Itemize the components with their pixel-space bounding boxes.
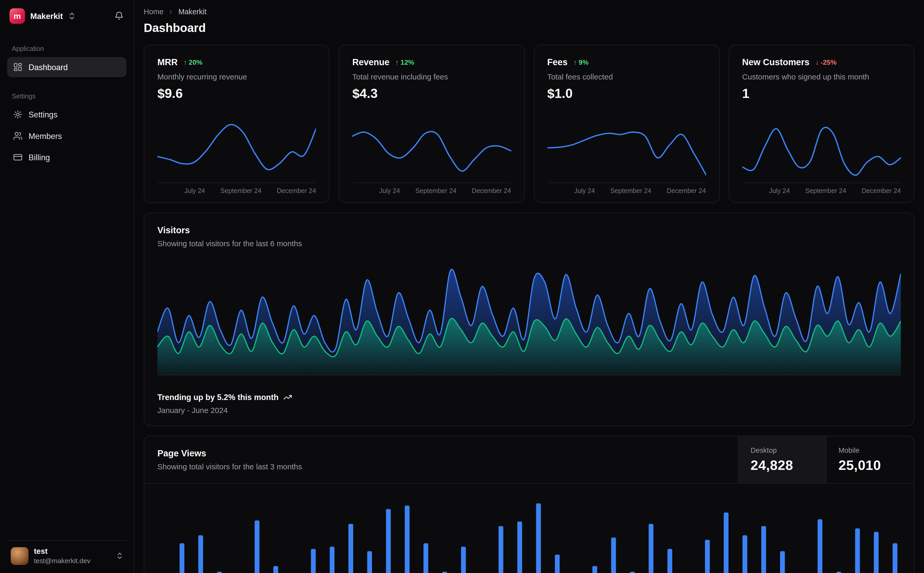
visitors-card: Visitors Showing total visitors for the … <box>144 213 915 426</box>
visitors-area-chart <box>157 263 900 377</box>
fees-sparkline-chart <box>547 117 706 183</box>
stat-title: Revenue <box>352 57 389 67</box>
sidebar-item-billing[interactable]: Billing <box>7 147 126 168</box>
stat-value: $9.6 <box>157 86 316 101</box>
desktop-label: Desktop <box>751 446 814 454</box>
trend-value: 20% <box>189 58 202 66</box>
stat-card-new-customers: New Customers ↓ -25% Customers who signe… <box>728 44 915 203</box>
page-views-header: Page Views Showing total visitors for th… <box>144 436 914 484</box>
trend-up-arrow-icon: ↑ <box>184 58 187 66</box>
trend-up-arrow-icon: ↑ <box>395 58 399 66</box>
stat-title: MRR <box>157 57 177 67</box>
trend-badge: ↑ 9% <box>573 58 588 66</box>
page-views-title-block: Page Views Showing total visitors for th… <box>144 436 738 483</box>
stat-subtitle: Total revenue including fees <box>352 72 511 81</box>
x-tick: July 24 <box>574 187 595 194</box>
page-views-bar-chart <box>154 487 905 573</box>
stat-title: New Customers <box>742 57 809 67</box>
stat-value: 1 <box>742 86 901 101</box>
spark-x-axis: July 24 September 24 December 24 <box>742 187 901 194</box>
mrr-sparkline-chart <box>157 117 316 183</box>
stat-card-fees: Fees ↑ 9% Total fees collected $1.0 July… <box>533 44 720 203</box>
trend-value: 12% <box>400 58 414 66</box>
nav-section-label-settings: Settings <box>12 92 122 100</box>
sidebar-item-settings[interactable]: Settings <box>7 105 126 125</box>
mobile-value: 25,010 <box>838 457 902 473</box>
stat-card-revenue: Revenue ↑ 12% Total revenue including fe… <box>339 44 525 203</box>
spark-x-axis: July 24 September 24 December 24 <box>547 187 706 194</box>
workspace-name: Makerkit <box>30 12 63 20</box>
main-content: Home Makerkit Dashboard MRR ↑ 20% Monthl… <box>134 0 924 573</box>
page-title: Dashboard <box>144 21 915 35</box>
sidebar-header: m Makerkit <box>7 8 126 23</box>
visitors-subtitle: Showing total visitors for the last 6 mo… <box>157 239 900 248</box>
mobile-label: Mobile <box>838 446 902 454</box>
stat-cards-row: MRR ↑ 20% Monthly recurring revenue $9.6… <box>144 44 915 203</box>
users-icon <box>13 131 23 141</box>
notifications-bell-icon[interactable] <box>114 11 124 21</box>
desktop-value: 24,828 <box>751 457 814 473</box>
user-meta: test test@makerkit.dev <box>34 547 91 565</box>
trend-badge: ↓ -25% <box>815 58 836 66</box>
trend-up-arrow-icon: ↑ <box>573 58 577 66</box>
visitors-period: January - June 2024 <box>157 406 900 415</box>
x-tick: December 24 <box>861 187 901 194</box>
new-customers-sparkline-chart <box>742 117 901 183</box>
revenue-sparkline-chart <box>352 117 511 183</box>
x-tick: July 24 <box>769 187 790 194</box>
x-tick: September 24 <box>805 187 846 194</box>
x-tick: September 24 <box>610 187 651 194</box>
stat-value: $4.3 <box>352 86 511 101</box>
page-views-card: Page Views Showing total visitors for th… <box>144 435 915 573</box>
dashboard-grid-icon <box>13 62 23 72</box>
trend-value: 9% <box>579 58 588 66</box>
x-tick: July 24 <box>379 187 400 194</box>
sidebar-item-label: Billing <box>28 153 50 161</box>
workspace-selector[interactable]: m Makerkit <box>9 8 75 23</box>
page-views-subtitle: Showing total visitors for the last 3 mo… <box>157 462 725 471</box>
trend-text: Trending up by 5.2% this month <box>157 393 278 402</box>
x-tick: December 24 <box>277 187 316 194</box>
stat-value: $1.0 <box>547 86 706 101</box>
toggle-mobile[interactable]: Mobile 25,010 <box>826 436 914 483</box>
trending-up-icon <box>283 393 292 402</box>
stat-title: Fees <box>547 57 567 67</box>
nav-section-label-application: Application <box>12 45 122 52</box>
sidebar-item-members[interactable]: Members <box>7 126 126 146</box>
trend-down-arrow-icon: ↓ <box>815 58 819 66</box>
avatar <box>11 547 28 565</box>
sidebar-item-dashboard[interactable]: Dashboard <box>7 57 126 77</box>
stat-card-mrr: MRR ↑ 20% Monthly recurring revenue $9.6… <box>144 44 330 203</box>
app-logo: m <box>9 8 25 23</box>
sidebar-item-label: Members <box>28 132 62 140</box>
chevrons-up-down-icon <box>116 552 123 560</box>
x-tick: December 24 <box>667 187 706 194</box>
stat-subtitle: Customers who signed up this month <box>742 72 901 81</box>
trend-badge: ↑ 12% <box>395 58 414 66</box>
x-tick: July 24 <box>184 187 205 194</box>
visitors-title: Visitors <box>157 225 900 235</box>
credit-card-icon <box>13 152 23 162</box>
x-tick: September 24 <box>415 187 457 194</box>
breadcrumb: Home Makerkit <box>144 8 915 16</box>
toggle-desktop[interactable]: Desktop 24,828 <box>738 436 826 483</box>
x-tick: September 24 <box>220 187 262 194</box>
chevrons-up-down-icon <box>68 12 75 20</box>
breadcrumb-current: Makerkit <box>178 8 206 16</box>
sidebar: m Makerkit Application Dashboard Setting… <box>0 0 134 573</box>
spark-x-axis: July 24 September 24 December 24 <box>157 187 316 194</box>
page-views-title: Page Views <box>157 448 725 458</box>
user-email: test@makerkit.dev <box>34 556 91 565</box>
user-name: test <box>34 547 91 556</box>
sidebar-item-label: Dashboard <box>28 63 68 71</box>
x-tick: December 24 <box>472 187 511 194</box>
gear-icon <box>13 110 23 119</box>
stat-subtitle: Monthly recurring revenue <box>157 72 316 81</box>
visitors-trend: Trending up by 5.2% this month <box>157 393 900 402</box>
spark-x-axis: July 24 September 24 December 24 <box>352 187 511 194</box>
user-menu[interactable]: test test@makerkit.dev <box>7 540 126 567</box>
breadcrumb-home[interactable]: Home <box>144 8 163 16</box>
trend-badge: ↑ 20% <box>184 58 202 66</box>
trend-value: -25% <box>820 58 836 66</box>
app-root: m Makerkit Application Dashboard Setting… <box>0 0 924 573</box>
